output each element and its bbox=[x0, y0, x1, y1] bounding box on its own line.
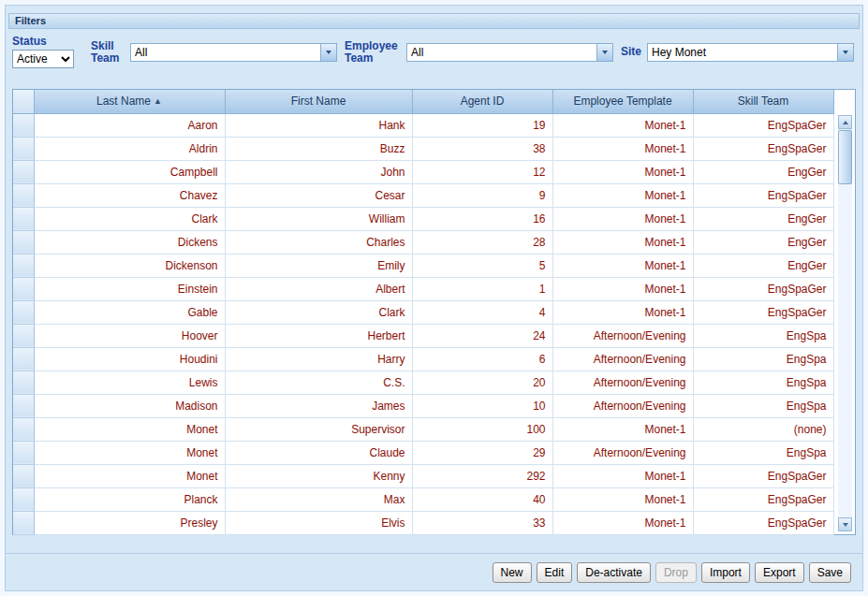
cell-last-name[interactable]: Hoover bbox=[34, 324, 225, 347]
column-header-skill-team[interactable]: Skill Team bbox=[693, 90, 833, 113]
skill-team-input[interactable] bbox=[131, 44, 320, 61]
cell-agent-id[interactable]: 20 bbox=[412, 371, 552, 394]
cell-last-name[interactable]: Houdini bbox=[34, 347, 225, 371]
cell-skill-team[interactable]: EngGer bbox=[693, 230, 833, 254]
cell-first-name[interactable]: C.S. bbox=[225, 371, 412, 394]
cell-employee-template[interactable]: Monet-1 bbox=[552, 113, 693, 137]
cell-first-name[interactable]: Elvis bbox=[225, 511, 412, 534]
cell-first-name[interactable]: Claude bbox=[225, 441, 412, 464]
cell-employee-template[interactable]: Monet-1 bbox=[552, 160, 693, 183]
row-selector[interactable] bbox=[13, 160, 34, 183]
cell-agent-id[interactable]: 5 bbox=[412, 254, 552, 277]
table-row[interactable]: Planck Max 40 Monet-1 EngSpaGer bbox=[13, 487, 833, 511]
cell-agent-id[interactable]: 100 bbox=[412, 417, 552, 441]
cell-last-name[interactable]: Presley bbox=[34, 511, 225, 534]
table-row[interactable]: Gable Clark 4 Monet-1 EngSpaGer bbox=[13, 300, 833, 324]
cell-employee-template[interactable]: Monet-1 bbox=[552, 230, 693, 254]
export-button[interactable]: Export bbox=[755, 562, 804, 583]
cell-last-name[interactable]: Aaron bbox=[34, 113, 225, 137]
cell-employee-template[interactable]: Monet-1 bbox=[552, 137, 693, 160]
table-row[interactable]: Dickens Charles 28 Monet-1 EngGer bbox=[13, 230, 833, 254]
row-selector[interactable] bbox=[13, 277, 34, 300]
cell-first-name[interactable]: Max bbox=[225, 487, 412, 511]
cell-first-name[interactable]: Kenny bbox=[225, 464, 412, 487]
deactivate-button[interactable]: De-activate bbox=[577, 562, 651, 583]
cell-employee-template[interactable]: Monet-1 bbox=[552, 254, 693, 277]
table-row[interactable]: Einstein Albert 1 Monet-1 EngSpaGer bbox=[13, 277, 833, 300]
cell-agent-id[interactable]: 6 bbox=[412, 347, 552, 371]
cell-skill-team[interactable]: EngSpa bbox=[693, 394, 833, 417]
column-header-employee-template[interactable]: Employee Template bbox=[552, 90, 693, 113]
table-row[interactable]: Campbell John 12 Monet-1 EngGer bbox=[13, 160, 833, 183]
site-dropdown-button[interactable] bbox=[837, 44, 853, 61]
row-selector[interactable] bbox=[13, 441, 34, 464]
table-row[interactable]: Monet Supervisor 100 Monet-1 (none) bbox=[13, 417, 833, 441]
cell-skill-team[interactable]: EngSpaGer bbox=[693, 487, 833, 511]
cell-skill-team[interactable]: EngGer bbox=[693, 254, 833, 277]
cell-first-name[interactable]: Buzz bbox=[225, 137, 412, 160]
cell-first-name[interactable]: Charles bbox=[225, 230, 412, 254]
table-row[interactable]: Monet Claude 29 Afternoon/Evening EngSpa bbox=[13, 441, 833, 464]
cell-skill-team[interactable]: EngGer bbox=[693, 207, 833, 230]
cell-skill-team[interactable]: EngSpa bbox=[693, 347, 833, 371]
cell-last-name[interactable]: Dickenson bbox=[34, 254, 225, 277]
cell-first-name[interactable]: Clark bbox=[225, 300, 412, 324]
cell-first-name[interactable]: James bbox=[225, 394, 412, 417]
employee-team-combobox[interactable] bbox=[406, 43, 613, 62]
site-combobox[interactable] bbox=[647, 43, 854, 62]
cell-first-name[interactable]: Hank bbox=[225, 113, 412, 137]
cell-agent-id[interactable]: 28 bbox=[412, 230, 552, 254]
cell-last-name[interactable]: Gable bbox=[34, 300, 225, 324]
cell-agent-id[interactable]: 12 bbox=[412, 160, 552, 183]
cell-first-name[interactable]: Emily bbox=[225, 254, 412, 277]
cell-last-name[interactable]: Monet bbox=[34, 441, 225, 464]
scroll-up-button[interactable] bbox=[838, 115, 852, 129]
cell-employee-template[interactable]: Afternoon/Evening bbox=[552, 347, 693, 371]
table-row[interactable]: Lewis C.S. 20 Afternoon/Evening EngSpa bbox=[13, 371, 833, 394]
cell-last-name[interactable]: Clark bbox=[34, 207, 225, 230]
row-selector[interactable] bbox=[13, 113, 34, 137]
row-selector[interactable] bbox=[13, 464, 34, 487]
cell-last-name[interactable]: Monet bbox=[34, 464, 225, 487]
cell-employee-template[interactable]: Afternoon/Evening bbox=[552, 371, 693, 394]
table-row[interactable]: Aldrin Buzz 38 Monet-1 EngSpaGer bbox=[13, 137, 833, 160]
scroll-thumb[interactable] bbox=[838, 130, 852, 184]
table-row[interactable]: Dickenson Emily 5 Monet-1 EngGer bbox=[13, 254, 833, 277]
cell-last-name[interactable]: Chavez bbox=[34, 183, 225, 207]
cell-skill-team[interactable]: EngSpaGer bbox=[693, 113, 833, 137]
scroll-down-button[interactable] bbox=[838, 517, 852, 531]
cell-skill-team[interactable]: (none) bbox=[693, 417, 833, 441]
table-row[interactable]: Hoover Herbert 24 Afternoon/Evening EngS… bbox=[13, 324, 833, 347]
row-selector[interactable] bbox=[13, 230, 34, 254]
cell-last-name[interactable]: Planck bbox=[34, 487, 225, 511]
row-selector[interactable] bbox=[13, 511, 34, 534]
cell-skill-team[interactable]: EngSpa bbox=[693, 441, 833, 464]
cell-employee-template[interactable]: Monet-1 bbox=[552, 207, 693, 230]
cell-employee-template[interactable]: Monet-1 bbox=[552, 417, 693, 441]
skill-team-dropdown-button[interactable] bbox=[320, 44, 336, 61]
cell-agent-id[interactable]: 40 bbox=[412, 487, 552, 511]
table-row[interactable]: Clark William 16 Monet-1 EngGer bbox=[13, 207, 833, 230]
cell-employee-template[interactable]: Monet-1 bbox=[552, 183, 693, 207]
cell-agent-id[interactable]: 1 bbox=[412, 277, 552, 300]
cell-agent-id[interactable]: 292 bbox=[412, 464, 552, 487]
cell-agent-id[interactable]: 33 bbox=[412, 511, 552, 534]
employee-team-dropdown-button[interactable] bbox=[596, 44, 612, 61]
cell-agent-id[interactable]: 16 bbox=[412, 207, 552, 230]
cell-skill-team[interactable]: EngSpaGer bbox=[693, 277, 833, 300]
cell-employee-template[interactable]: Afternoon/Evening bbox=[552, 324, 693, 347]
table-row[interactable]: Aaron Hank 19 Monet-1 EngSpaGer bbox=[13, 113, 833, 137]
table-row[interactable]: Chavez Cesar 9 Monet-1 EngSpaGer bbox=[13, 183, 833, 207]
save-button[interactable]: Save bbox=[809, 562, 851, 583]
cell-skill-team[interactable]: EngGer bbox=[693, 160, 833, 183]
column-header-agent-id[interactable]: Agent ID bbox=[412, 90, 552, 113]
import-button[interactable]: Import bbox=[701, 562, 750, 583]
row-selector[interactable] bbox=[13, 137, 34, 160]
row-selector[interactable] bbox=[13, 183, 34, 207]
table-row[interactable]: Monet Kenny 292 Monet-1 EngSpaGer bbox=[13, 464, 833, 487]
cell-agent-id[interactable]: 9 bbox=[412, 183, 552, 207]
cell-agent-id[interactable]: 38 bbox=[412, 137, 552, 160]
cell-employee-template[interactable]: Monet-1 bbox=[552, 300, 693, 324]
column-header-last-name[interactable]: Last Name▲ bbox=[34, 90, 225, 113]
cell-skill-team[interactable]: EngSpaGer bbox=[693, 300, 833, 324]
